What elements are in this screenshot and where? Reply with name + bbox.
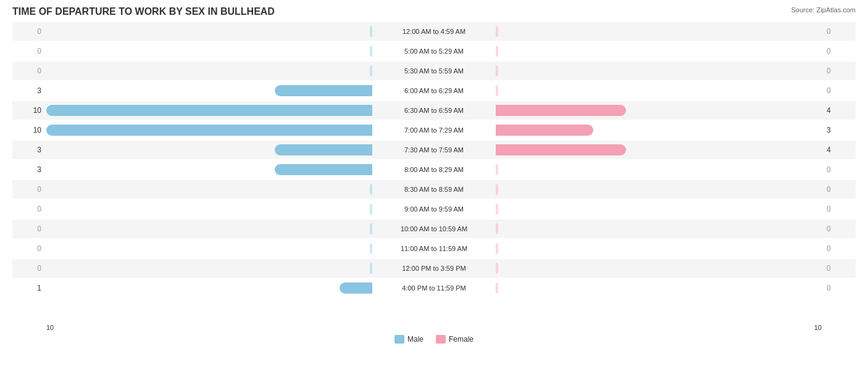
chart-row: 36:00 AM to 6:29 AM0 <box>12 81 856 100</box>
female-bar <box>496 223 498 234</box>
female-bar-container <box>496 262 822 275</box>
male-value: 1 <box>12 284 46 292</box>
female-bar-container <box>496 183 822 196</box>
chart-container: TIME OF DEPARTURE TO WORK BY SEX IN BULL… <box>0 0 868 367</box>
female-bar <box>496 282 498 294</box>
chart-row: 08:30 AM to 8:59 AM0 <box>12 180 856 199</box>
male-bar <box>275 144 372 155</box>
male-value: 0 <box>12 205 46 213</box>
female-bar-container <box>496 44 822 58</box>
female-value: 0 <box>822 244 856 253</box>
female-bar-container <box>496 25 822 38</box>
female-bar-container <box>496 64 822 78</box>
male-bar <box>275 85 372 96</box>
female-bar-container <box>496 104 822 117</box>
chart-row: 106:30 AM to 6:59 AM4 <box>12 101 856 120</box>
male-value: 0 <box>12 244 46 253</box>
bar-section: 10:00 AM to 10:59 AM <box>46 220 822 238</box>
legend-male: Male <box>394 335 424 344</box>
bar-section: 12:00 AM to 4:59 AM <box>46 22 822 41</box>
bar-section: 5:30 AM to 5:59 AM <box>46 62 822 80</box>
chart-row: 012:00 PM to 3:59 PM0 <box>12 259 856 278</box>
time-label: 11:00 AM to 11:59 AM <box>372 245 496 252</box>
female-bar <box>496 65 498 76</box>
chart-row: 05:00 AM to 5:29 AM0 <box>12 42 856 60</box>
female-bar-container <box>496 202 822 216</box>
male-bar-container <box>46 44 372 58</box>
male-bar-container <box>46 262 372 275</box>
female-bar <box>496 243 498 254</box>
chart-row: 107:00 AM to 7:29 AM3 <box>12 121 856 139</box>
male-bar-container <box>46 143 372 157</box>
axis-left-value: 10 <box>46 324 54 331</box>
time-label: 12:00 AM to 4:59 AM <box>372 28 496 35</box>
female-bar-container <box>496 222 822 236</box>
male-value: 0 <box>12 47 46 56</box>
chart-area: 012:00 AM to 4:59 AM005:00 AM to 5:29 AM… <box>12 22 856 321</box>
time-label: 9:00 AM to 9:59 AM <box>372 205 496 213</box>
time-label: 10:00 AM to 10:59 AM <box>372 225 496 233</box>
male-bar-container <box>46 25 372 38</box>
chart-row: 05:30 AM to 5:59 AM0 <box>12 62 856 80</box>
female-value: 4 <box>822 146 856 154</box>
male-value: 10 <box>12 106 46 115</box>
female-value: 3 <box>822 126 856 134</box>
female-value: 0 <box>822 27 856 36</box>
male-bar <box>46 105 372 116</box>
axis-bottom: 10 10 <box>12 321 856 331</box>
bar-section: 9:00 AM to 9:59 AM <box>46 200 822 218</box>
male-value: 3 <box>12 165 46 174</box>
bar-section: 8:30 AM to 8:59 AM <box>46 180 822 199</box>
male-bar-container <box>46 242 372 255</box>
male-bar <box>275 164 372 175</box>
female-bar-container <box>496 281 822 295</box>
time-label: 8:30 AM to 8:59 AM <box>372 186 496 193</box>
male-value: 0 <box>12 67 46 75</box>
male-bar <box>46 125 372 136</box>
male-value: 3 <box>12 146 46 154</box>
bar-section: 5:00 AM to 5:29 AM <box>46 42 822 60</box>
male-value: 3 <box>12 86 46 95</box>
chart-row: 09:00 AM to 9:59 AM0 <box>12 200 856 218</box>
male-bar-container <box>46 104 372 117</box>
time-label: 5:30 AM to 5:59 AM <box>372 67 496 75</box>
time-label: 4:00 PM to 11:59 PM <box>372 284 496 292</box>
female-bar <box>496 144 626 155</box>
female-bar-container <box>496 84 822 97</box>
female-value: 0 <box>822 165 856 174</box>
chart-row: 37:30 AM to 7:59 AM4 <box>12 141 856 159</box>
female-value: 0 <box>822 264 856 273</box>
bar-section: 12:00 PM to 3:59 PM <box>46 259 822 278</box>
time-label: 7:00 AM to 7:29 AM <box>372 126 496 134</box>
male-bar-container <box>46 202 372 216</box>
time-label: 6:00 AM to 6:29 AM <box>372 87 496 94</box>
female-value: 0 <box>822 284 856 292</box>
male-bar-container <box>46 84 372 97</box>
bar-section: 4:00 PM to 11:59 PM <box>46 279 822 297</box>
female-bar <box>496 85 498 96</box>
male-bar-container <box>46 281 372 295</box>
female-value: 0 <box>822 225 856 233</box>
female-bar <box>496 263 498 274</box>
male-value: 0 <box>12 27 46 36</box>
bar-section: 8:00 AM to 8:29 AM <box>46 160 822 179</box>
male-value: 0 <box>12 225 46 233</box>
legend: Male Female <box>12 335 856 344</box>
chart-row: 38:00 AM to 8:29 AM0 <box>12 160 856 179</box>
chart-row: 012:00 AM to 4:59 AM0 <box>12 22 856 41</box>
chart-row: 011:00 AM to 11:59 AM0 <box>12 239 856 258</box>
male-bar-container <box>46 123 372 137</box>
legend-male-label: Male <box>407 335 424 344</box>
female-value: 0 <box>822 205 856 213</box>
male-bar-container <box>46 183 372 196</box>
bar-section: 7:00 AM to 7:29 AM <box>46 121 822 139</box>
male-bar-container <box>46 222 372 236</box>
female-bar <box>496 204 498 215</box>
female-bar-container <box>496 242 822 255</box>
chart-row: 14:00 PM to 11:59 PM0 <box>12 279 856 297</box>
female-value: 4 <box>822 106 856 115</box>
source-text: Source: ZipAtlas.com <box>791 6 856 14</box>
female-bar <box>496 26 498 37</box>
chart-row: 010:00 AM to 10:59 AM0 <box>12 220 856 238</box>
male-value: 0 <box>12 264 46 273</box>
